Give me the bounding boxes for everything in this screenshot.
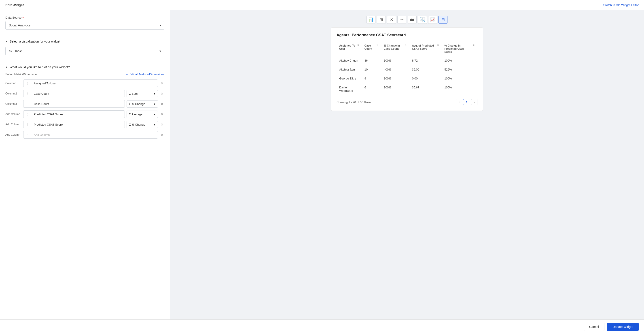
table-cell-avg_predicted: 35.00: [409, 65, 442, 74]
chevron-down-icon: ▾: [154, 102, 156, 106]
table-cell-assigned_to_user: Daniel Woodward: [336, 83, 362, 95]
cancel-button[interactable]: Cancel: [584, 323, 605, 331]
table-cell-pct_change_case: 400%: [381, 65, 409, 74]
chevron-down-icon: ▾: [154, 113, 156, 116]
drag-handle-icon: ⋮⋮: [26, 112, 32, 116]
col-field-input[interactable]: ⋮⋮Assigned To User: [23, 80, 158, 87]
histogram-button[interactable]: 📉: [418, 16, 427, 24]
pagination: ‹ 1 ›: [456, 99, 478, 105]
column-row: Column 3⋮⋮Case CountΣ % Change▾✕: [5, 100, 164, 108]
table-vis-icon: 🗂: [9, 49, 12, 53]
chevron-down-icon: ▾: [154, 123, 156, 126]
next-page-button[interactable]: ›: [471, 99, 478, 105]
preview-table: Assigned To User⇅Case Count⇅% Change in …: [336, 42, 478, 95]
col-field-input[interactable]: ⋮⋮Predicted CSAT Score: [23, 121, 125, 128]
switch-editor-link[interactable]: Switch to Old Widget Editor: [603, 3, 639, 7]
col-aggregation-select[interactable]: Σ Average▾: [126, 111, 158, 118]
table-cell-pct_change_predicted: 100%: [442, 83, 478, 95]
table-cell-assigned_to_user: Akshay Chugh: [336, 56, 362, 65]
chart-type-bar: 📊⊞✕〰🏔📉📈⊟: [175, 16, 639, 24]
table-cell-pct_change_predicted: 525%: [442, 65, 478, 74]
col-field-input[interactable]: ⋮⋮Add Column: [23, 131, 158, 139]
visualization-section-header[interactable]: ▼ Select a visualization for your widget: [5, 40, 164, 43]
col-aggregation-select[interactable]: Σ % Change▾: [126, 100, 158, 108]
table-row: Akshita Jain10400%35.00525%: [336, 65, 478, 74]
table-cell-case_count: 10: [362, 65, 381, 74]
table-cell-assigned_to_user: Akshita Jain: [336, 65, 362, 74]
table-row: Akshay Chugh36100%8.72100%: [336, 56, 478, 65]
drag-handle-icon: ⋮⋮: [26, 82, 32, 85]
table-col-header-pct_change_case: % Change in Case Count⇅: [381, 42, 409, 56]
grouped-bar-button[interactable]: ⊞: [377, 16, 386, 24]
table-cell-pct_change_predicted: 100%: [442, 74, 478, 83]
table-cell-avg_predicted: 35.67: [409, 83, 442, 95]
sort-icon[interactable]: ⇅: [376, 44, 378, 47]
chevron-down-icon-vis: ▾: [160, 49, 161, 53]
table-row: George Zikry9100%0.00100%: [336, 74, 478, 83]
area-button[interactable]: 🏔: [408, 16, 416, 24]
visualization-select[interactable]: 🗂 Table ▾: [5, 47, 164, 55]
required-indicator: •: [22, 16, 24, 19]
data-source-label: Data Source •: [5, 16, 164, 19]
remove-column-button[interactable]: ✕: [160, 122, 164, 128]
table-col-header-avg_predicted: Avg. of Predicted CSAT Score⇅: [409, 42, 442, 56]
sort-icon[interactable]: ⇅: [473, 44, 475, 47]
col-label: Column 1: [5, 82, 22, 85]
table-head: Assigned To User⇅Case Count⇅% Change in …: [336, 42, 478, 56]
col-aggregation-select[interactable]: Σ % Change▾: [126, 121, 158, 128]
col-aggregation-select[interactable]: Σ Sum▾: [126, 90, 158, 97]
table-cell-pct_change_predicted: 100%: [442, 56, 478, 65]
pencil-icon: ✏: [126, 73, 128, 76]
table-col-header-case_count: Case Count⇅: [362, 42, 381, 56]
bar-chart-button[interactable]: 📊: [366, 16, 376, 24]
column-row: Add Column⋮⋮Add Column✕: [5, 131, 164, 139]
table-button[interactable]: ⊟: [438, 16, 448, 24]
column-row: Column 2⋮⋮Case CountΣ Sum▾✕: [5, 90, 164, 97]
plot-section: ▼ What would you like to plot on your wi…: [5, 65, 164, 139]
table-cell-pct_change_case: 100%: [381, 83, 409, 95]
remove-column-button[interactable]: ✕: [160, 80, 164, 86]
plot-section-header[interactable]: ▼ What would you like to plot on your wi…: [5, 65, 164, 69]
trend-button[interactable]: 📈: [428, 16, 437, 24]
col-field-input[interactable]: ⋮⋮Case Count: [23, 100, 125, 108]
divider-2: [5, 61, 164, 61]
chevron-down-icon: ▾: [160, 24, 161, 27]
data-source-select[interactable]: Social Analytics ▾: [5, 21, 164, 30]
col-field-input[interactable]: ⋮⋮Case Count: [23, 90, 125, 97]
sort-icon[interactable]: ⇅: [357, 44, 359, 47]
page-footer: Cancel Update Widget: [0, 319, 644, 333]
table-cell-pct_change_case: 100%: [381, 74, 409, 83]
remove-column-button[interactable]: ✕: [160, 132, 164, 138]
table-footer: Showing 1 - 20 of 30 Rows ‹ 1 ›: [336, 95, 478, 105]
table-col-header-pct_change_predicted: % Change in Predicted CSAT Score⇅: [442, 42, 478, 56]
update-widget-button[interactable]: Update Widget: [607, 323, 639, 331]
table-cell-avg_predicted: 0.00: [409, 74, 442, 83]
col-label: Column 3: [5, 102, 22, 105]
table-cell-case_count: 36: [362, 56, 381, 65]
column-row: Add Column⋮⋮Predicted CSAT ScoreΣ % Chan…: [5, 121, 164, 128]
collapse-arrow-icon: ▼: [5, 40, 8, 43]
prev-page-button[interactable]: ‹: [456, 99, 462, 105]
remove-column-button[interactable]: ✕: [160, 101, 164, 107]
scatter-button[interactable]: ✕: [387, 16, 396, 24]
col-label: Add Column: [5, 123, 22, 126]
line-button[interactable]: 〰: [397, 16, 406, 24]
drag-handle-icon: ⋮⋮: [26, 123, 32, 126]
column-row: Column 1⋮⋮Assigned To User✕: [5, 80, 164, 87]
remove-column-button[interactable]: ✕: [160, 91, 164, 97]
col-label: Add Column: [5, 133, 22, 136]
sort-icon[interactable]: ⇅: [437, 44, 439, 47]
table-cell-avg_predicted: 8.72: [409, 56, 442, 65]
chevron-down-icon: ▾: [154, 92, 156, 95]
col-label: Add Column: [5, 113, 22, 116]
preview-card: Agents: Performance CSAT Scorecard Assig…: [331, 27, 483, 111]
table-cell-case_count: 9: [362, 74, 381, 83]
left-panel: Data Source • Social Analytics ▾ ▼ Selec…: [0, 10, 170, 333]
table-row: Daniel Woodward6100%35.67100%: [336, 83, 478, 95]
edit-metrics-link[interactable]: ✏ Edit all Metrics/Dimensions: [126, 73, 164, 76]
table-cell-assigned_to_user: George Zikry: [336, 74, 362, 83]
sort-icon[interactable]: ⇅: [404, 44, 406, 47]
col-field-input[interactable]: ⋮⋮Predicted CSAT Score: [23, 110, 125, 118]
remove-column-button[interactable]: ✕: [160, 111, 164, 117]
drag-handle-icon: ⋮⋮: [26, 92, 32, 95]
